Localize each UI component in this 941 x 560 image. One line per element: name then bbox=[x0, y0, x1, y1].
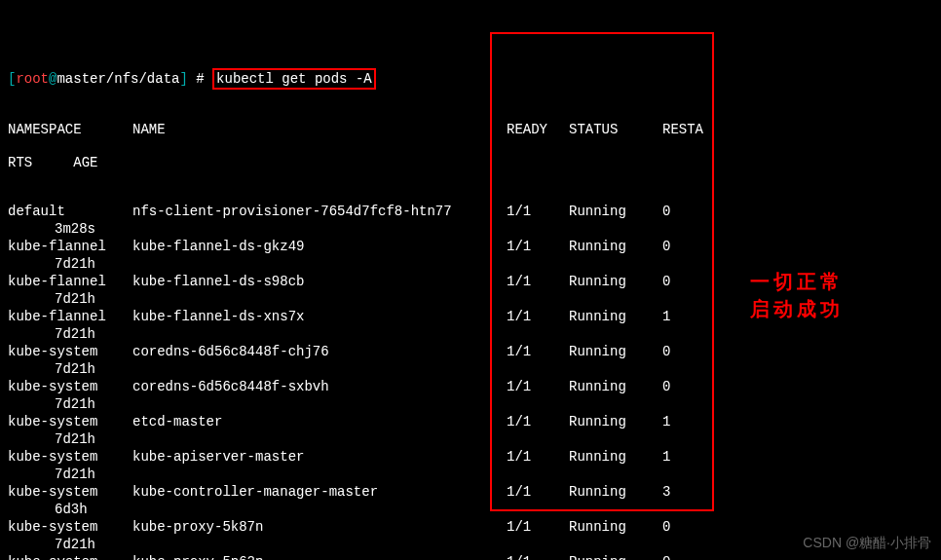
table-row-age: 3m28s bbox=[8, 220, 933, 238]
command-highlight-box: kubectl get pods -A bbox=[212, 68, 376, 90]
table-header-row: NAMESPACENAMEREADYSTATUSRESTA bbox=[8, 121, 933, 138]
table-row: kube-systemkube-proxy-5k87n1/1Running0 bbox=[8, 518, 933, 536]
table-row-age: 7d21h bbox=[8, 395, 933, 413]
table-row-age: 7d21h bbox=[8, 466, 933, 483]
table-row-age: 7d21h bbox=[8, 325, 933, 343]
csdn-watermark: CSDN @糖醋·小排骨 bbox=[803, 535, 931, 552]
table-row: kube-systemcoredns-6d56c8448f-sxbvh1/1Ru… bbox=[8, 378, 933, 395]
header-namespace: NAMESPACE bbox=[8, 121, 132, 138]
annotation-line-2: 启动成功 bbox=[750, 295, 844, 322]
header-ready: READY bbox=[507, 121, 569, 138]
annotation-text: 一切正常 启动成功 bbox=[750, 268, 844, 322]
table-row: kube-systemkube-proxy-5p62p1/1Running0 bbox=[8, 553, 933, 560]
header-age: AGE bbox=[73, 155, 97, 170]
table-row: kube-systemkube-apiserver-master1/1Runni… bbox=[8, 448, 933, 466]
table-row-age: 6d3h bbox=[8, 501, 933, 518]
table-row: kube-flannelkube-flannel-ds-gkz491/1Runn… bbox=[8, 238, 933, 255]
table-header-row-2: RTS AGE bbox=[8, 154, 933, 171]
table-row: kube-systemkube-controller-manager-maste… bbox=[8, 483, 933, 501]
table-row: kube-systemcoredns-6d56c8448f-chj761/1Ru… bbox=[8, 343, 933, 360]
annotation-line-1: 一切正常 bbox=[750, 268, 844, 295]
table-row: kube-systemetcd-master1/1Running1 bbox=[8, 413, 933, 430]
command-prompt-line: [root@master/nfs/data] # kubectl get pod… bbox=[8, 68, 933, 90]
header-status: STATUS bbox=[569, 121, 662, 138]
prompt-path: /nfs/data bbox=[106, 71, 180, 87]
table-row-age: 7d21h bbox=[8, 360, 933, 378]
prompt-user: root bbox=[16, 71, 49, 87]
prompt-host: master bbox=[56, 71, 105, 87]
header-restarts: RESTA bbox=[662, 121, 703, 138]
table-row: defaultnfs-client-provisioner-7654d7fcf8… bbox=[8, 203, 933, 220]
command-text: kubectl get pods -A bbox=[216, 71, 372, 87]
header-rts: RTS bbox=[8, 155, 32, 170]
table-row-age: 7d21h bbox=[8, 430, 933, 448]
table-row-age: 7d21h bbox=[8, 536, 933, 553]
header-name: NAME bbox=[132, 121, 507, 138]
